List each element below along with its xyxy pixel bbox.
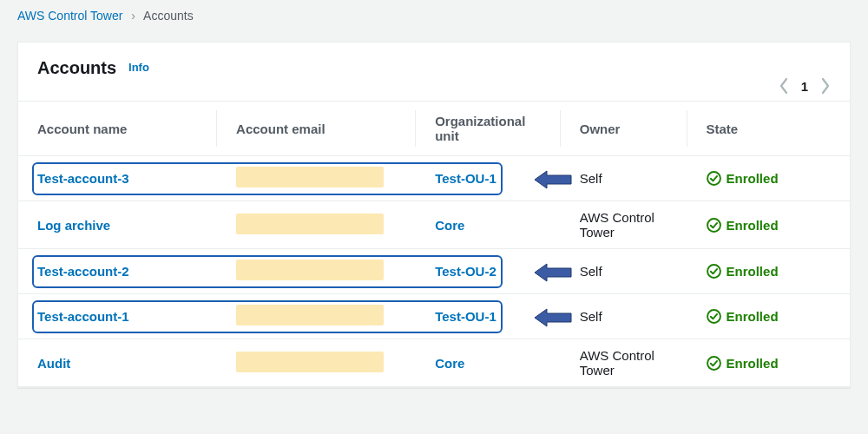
owner-label: AWS Control Tower <box>580 210 654 240</box>
account-email-redacted <box>236 260 384 280</box>
check-circle-icon <box>707 218 721 233</box>
accounts-panel: Accounts Info 1 Account name Account ema… <box>17 42 851 388</box>
check-circle-icon <box>707 264 721 279</box>
organizational-unit-link[interactable]: Core <box>435 218 464 233</box>
col-account-name[interactable]: Account name <box>18 102 217 156</box>
prev-page-button[interactable] <box>779 77 789 95</box>
owner-label: Self <box>580 309 602 324</box>
account-email-redacted <box>236 305 384 326</box>
organizational-unit-link[interactable]: Test-OU-1 <box>435 309 496 324</box>
organizational-unit-link[interactable]: Core <box>435 356 464 371</box>
account-name-link[interactable]: Log archive <box>37 218 110 233</box>
table-row: Test-account-2Test-OU-2SelfEnrolled <box>18 249 850 294</box>
table-header-row: Account name Account email Organizationa… <box>18 102 850 156</box>
account-email-redacted <box>236 352 384 372</box>
panel-header: Accounts Info 1 <box>18 43 850 102</box>
state-badge: Enrolled <box>707 218 836 233</box>
state-label: Enrolled <box>727 309 779 324</box>
table-row: Test-account-1Test-OU-1SelfEnrolled <box>18 294 850 339</box>
svg-point-4 <box>707 357 720 370</box>
account-name-link[interactable]: Test-account-3 <box>37 171 129 186</box>
state-badge: Enrolled <box>707 171 836 186</box>
info-link[interactable]: Info <box>128 61 149 74</box>
organizational-unit-link[interactable]: Test-OU-1 <box>435 171 496 186</box>
state-label: Enrolled <box>727 218 779 233</box>
svg-point-2 <box>707 265 720 278</box>
state-badge: Enrolled <box>707 264 836 279</box>
svg-point-0 <box>707 172 720 185</box>
owner-label: AWS Control Tower <box>580 348 654 378</box>
account-name-link[interactable]: Test-account-2 <box>37 264 129 279</box>
breadcrumb-root[interactable]: AWS Control Tower <box>17 9 122 23</box>
accounts-table: Account name Account email Organizationa… <box>18 102 850 387</box>
check-circle-icon <box>707 356 721 371</box>
col-owner[interactable]: Owner <box>561 102 687 156</box>
col-account-email[interactable]: Account email <box>217 102 416 156</box>
state-label: Enrolled <box>727 356 779 371</box>
state-label: Enrolled <box>727 264 779 279</box>
table-row: Log archiveCoreAWS Control TowerEnrolled <box>18 201 850 249</box>
svg-point-3 <box>707 310 720 323</box>
account-email-redacted <box>236 214 384 234</box>
state-label: Enrolled <box>727 171 779 186</box>
organizational-unit-link[interactable]: Test-OU-2 <box>435 264 496 279</box>
breadcrumb: AWS Control Tower › Accounts <box>0 0 868 26</box>
state-badge: Enrolled <box>707 309 836 324</box>
check-circle-icon <box>707 171 721 186</box>
owner-label: Self <box>580 264 602 279</box>
next-page-button[interactable] <box>820 77 831 95</box>
page-title: Accounts <box>37 58 116 78</box>
col-organizational-unit[interactable]: Organizational unit <box>416 102 561 156</box>
col-state[interactable]: State <box>687 102 850 156</box>
chevron-right-icon: › <box>126 9 141 23</box>
account-email-redacted <box>236 167 384 187</box>
breadcrumb-current: Accounts <box>143 9 194 23</box>
table-row: Test-account-3Test-OU-1SelfEnrolled <box>18 156 850 201</box>
owner-label: Self <box>580 171 602 186</box>
paginator: 1 <box>779 77 831 95</box>
table-row: AuditCoreAWS Control TowerEnrolled <box>18 339 850 387</box>
account-name-link[interactable]: Audit <box>37 356 70 371</box>
state-badge: Enrolled <box>707 356 836 371</box>
account-name-link[interactable]: Test-account-1 <box>37 309 129 324</box>
svg-point-1 <box>707 219 720 232</box>
page-number: 1 <box>801 79 808 94</box>
check-circle-icon <box>707 309 721 324</box>
